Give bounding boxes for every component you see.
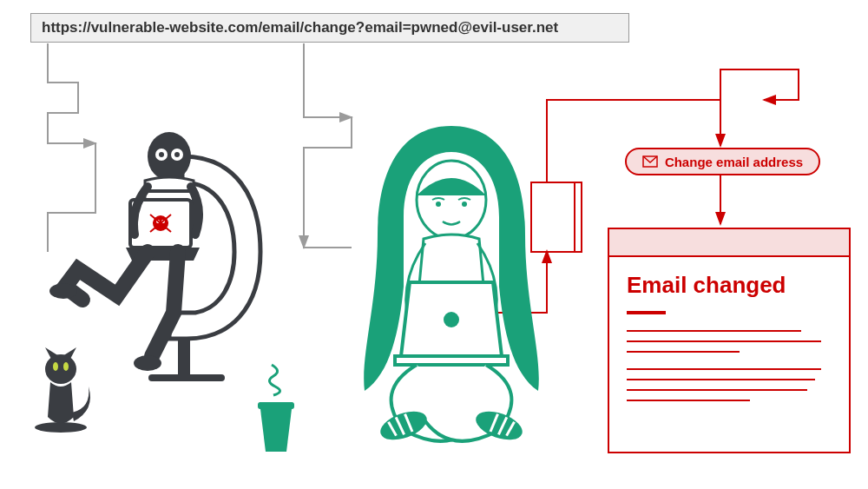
svg-point-26 <box>462 202 467 207</box>
svg-point-25 <box>436 202 441 207</box>
svg-point-2 <box>148 132 191 181</box>
result-browser-window: Email changed <box>608 228 851 453</box>
svg-point-17 <box>49 283 77 299</box>
browser-titlebar <box>609 229 849 257</box>
body-text-line <box>627 330 801 332</box>
change-email-label: Change email address <box>665 155 803 169</box>
body-text-line <box>627 400 750 401</box>
cat-illustration <box>26 347 104 443</box>
url-text: https://vulnerable-website.com/email/cha… <box>42 19 558 36</box>
svg-point-24 <box>417 161 486 239</box>
url-bar: https://vulnerable-website.com/email/cha… <box>30 13 629 43</box>
svg-point-27 <box>444 312 459 327</box>
body-text-line <box>627 368 821 370</box>
coffee-cup-icon <box>247 360 308 456</box>
body-text-line <box>627 340 821 342</box>
svg-point-19 <box>45 354 76 384</box>
svg-rect-1 <box>178 337 190 380</box>
result-heading: Email changed <box>627 273 832 299</box>
body-text-line <box>627 389 807 391</box>
svg-point-5 <box>159 152 164 157</box>
body-text-line <box>627 379 815 380</box>
svg-point-22 <box>35 422 87 433</box>
svg-point-20 <box>53 362 58 371</box>
victim-illustration <box>321 113 582 478</box>
svg-point-18 <box>134 355 161 371</box>
svg-point-6 <box>174 152 180 157</box>
svg-point-21 <box>63 362 69 371</box>
change-email-pill: Change email address <box>625 148 820 175</box>
svg-rect-23 <box>258 402 294 409</box>
heading-underline <box>627 311 666 314</box>
envelope-icon <box>642 155 658 168</box>
body-text-line <box>627 351 740 353</box>
